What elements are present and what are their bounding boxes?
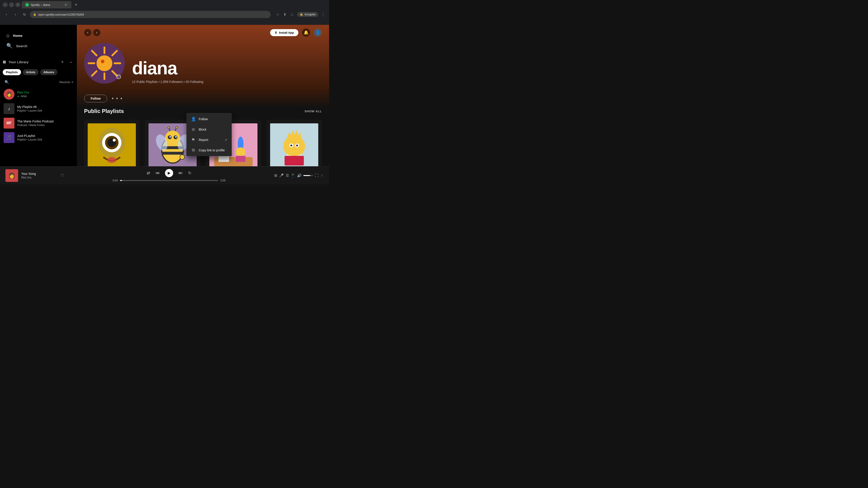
filter-artists[interactable]: Artists [23, 69, 38, 75]
profile-name-section: diana 12 Public Playlists • 1,959 Follow… [132, 59, 322, 84]
minimize-button[interactable]: — [3, 2, 8, 7]
progress-track[interactable] [120, 180, 218, 181]
sidebar-item-home[interactable]: ⌂ Home [4, 30, 73, 41]
user-avatar-button[interactable]: 👤 [314, 29, 322, 37]
forward-nav-button[interactable]: › [93, 29, 100, 36]
incognito-icon: 🕵 [300, 13, 303, 16]
close-button[interactable]: ✕ [16, 2, 20, 7]
new-tab-button[interactable]: + [73, 2, 79, 8]
svg-point-0 [96, 55, 112, 71]
svg-line-8 [92, 71, 96, 76]
browser-controls: — □ ✕ [3, 2, 20, 7]
recents-label: Recents [59, 80, 70, 84]
fullscreen-button[interactable]: ⛶ [315, 172, 318, 179]
item-name: Rita Ora [17, 91, 73, 94]
svg-point-43 [236, 148, 246, 157]
back-button[interactable]: ‹ [3, 11, 10, 18]
volume-button[interactable]: 🔊 [297, 172, 302, 179]
follow-button[interactable]: Follow [84, 95, 107, 102]
sidebar-home-label: Home [13, 34, 22, 37]
expand-button[interactable]: ↑ [320, 172, 324, 179]
dropdown-item-copy-link[interactable]: ⧉ Copy link to profile [187, 145, 231, 155]
lyrics-button[interactable]: 🎤 [279, 172, 284, 179]
show-all-button[interactable]: Show all [305, 109, 322, 113]
playlist-card[interactable]: kaytraNOTda 116 Followers [267, 120, 322, 166]
volume-bar[interactable] [303, 175, 313, 176]
svg-point-9 [101, 60, 104, 63]
forward-button[interactable]: › [12, 11, 19, 18]
svg-rect-55 [285, 156, 304, 166]
browser-chrome: — □ ✕ ♪ Spotify – diana ✕ + ‹ › ↻ 🔒 open… [0, 0, 329, 25]
list-item[interactable]: ♪ My Playlist #6 Playlist • Lauren Deli [2, 101, 75, 116]
dropdown-item-block[interactable]: ⊘ Block [187, 124, 231, 135]
add-library-button[interactable]: + [59, 58, 66, 66]
time-total: 3:00 [220, 179, 225, 182]
incognito-indicator[interactable]: 🕵 Incognito [297, 12, 318, 17]
lock-icon: 🔒 [33, 13, 36, 16]
item-name: My Playlist #6 [17, 105, 73, 109]
extensions-button[interactable]: □ [289, 11, 295, 18]
library-title[interactable]: ▦ Your Library [3, 60, 29, 64]
bookmark-button[interactable]: ☆ [274, 11, 281, 18]
now-playing: 👩 Your Song Rita Ora ♡ [5, 169, 64, 182]
svg-point-30 [176, 127, 178, 129]
svg-rect-44 [236, 156, 246, 162]
svg-line-6 [112, 71, 117, 76]
filter-playlists[interactable]: Playlists [3, 69, 21, 75]
previous-button[interactable]: ⏮ [156, 170, 160, 175]
svg-rect-21 [162, 152, 184, 155]
section-title: Public Playlists [84, 108, 124, 114]
player-bar: 👩 Your Song Rita Ora ♡ ⇄ ⏮ ▶ ⏭ ↻ 0:04 3:… [0, 166, 329, 184]
devices-button[interactable]: 📱 [291, 172, 295, 179]
tab-close-icon[interactable]: ✕ [64, 3, 68, 7]
time-current: 0:04 [113, 179, 118, 182]
heart-button[interactable]: ♡ [61, 173, 64, 178]
install-icon: ⬇ [275, 31, 277, 34]
main-content: ‹ › ⬇ Install App 🔔 👤 [77, 25, 329, 166]
repeat-button[interactable]: ↻ [188, 170, 191, 175]
queue-button[interactable]: ⊞ [274, 172, 277, 179]
external-link-icon: ↗ [224, 138, 227, 142]
item-name: Just-PLaylist [17, 134, 73, 138]
active-tab[interactable]: ♪ Spotify – diana ✕ [22, 1, 71, 8]
queue-list-button[interactable]: ☰ [285, 172, 289, 179]
item-name: The Marie Forleo Podcast [17, 120, 73, 123]
expand-library-button[interactable]: → [67, 58, 74, 66]
track-artist: Rita Ora [21, 176, 57, 179]
library-search-button[interactable]: 🔍 [4, 79, 10, 85]
volume-fill [303, 175, 310, 176]
filter-albums[interactable]: Albums [40, 69, 57, 75]
list-item[interactable]: 🎵 Just-PLaylist Playlist • Lauren Deli [2, 130, 75, 145]
follow-menu-icon: 👤 [191, 117, 195, 122]
dropdown-item-follow[interactable]: 👤 Follow [187, 114, 231, 124]
shuffle-button[interactable]: ⇄ [147, 170, 150, 175]
address-bar[interactable]: 🔒 open.spotify.com/user/1235578269 [30, 11, 271, 18]
list-item[interactable]: MF The Marie Forleo Podcast Podcast • Ma… [2, 116, 75, 130]
library-list: 👩 Rita Ora ★ Artist ♪ My Playlist #6 [0, 87, 77, 166]
play-pause-button[interactable]: ▶ [165, 169, 173, 177]
download-button[interactable]: ⬇ [282, 11, 288, 18]
sidebar-search-label: Search [16, 44, 27, 48]
library-sort-button[interactable]: Recents ≡ [59, 80, 73, 84]
block-menu-label: Block [199, 128, 206, 131]
install-app-button[interactable]: ⬇ Install App [270, 29, 298, 36]
playlist-card[interactable]: hot girl house 185 Followers [84, 120, 140, 166]
reload-button[interactable]: ↻ [21, 11, 28, 18]
svg-point-46 [283, 135, 305, 157]
svg-point-26 [175, 136, 177, 137]
back-nav-button[interactable]: ‹ [84, 29, 91, 36]
item-subtitle: Artist [21, 95, 27, 98]
notifications-button[interactable]: 🔔 [302, 29, 310, 37]
browser-menu-button[interactable]: ⋮ [320, 11, 327, 18]
copy-link-label: Copy link to profile [199, 149, 225, 152]
more-options-button[interactable]: • • • [110, 94, 125, 103]
profile-meta: 12 Public Playlists • 1,959 Followers • … [132, 80, 322, 84]
list-item[interactable]: 👩 Rita Ora ★ Artist [2, 87, 75, 101]
next-button[interactable]: ⏭ [179, 170, 183, 175]
tab-favicon: ♪ [25, 3, 29, 6]
report-menu-label: Report [199, 138, 208, 142]
dropdown-item-report[interactable]: ⚑ Report ↗ [187, 135, 231, 145]
sidebar-item-search[interactable]: 🔍 Search [4, 41, 73, 51]
incognito-label: Incognito [305, 13, 315, 16]
maximize-button[interactable]: □ [9, 2, 14, 7]
